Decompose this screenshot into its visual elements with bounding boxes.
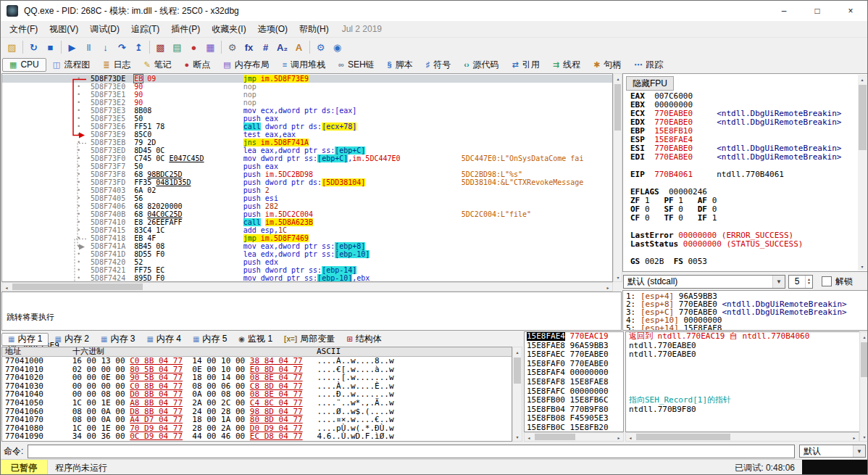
register-line[interactable]: EDI 770EABE0 <ntdll.DbgUiRemoteBreakin> bbox=[630, 153, 841, 162]
scrollbar-thumb[interactable] bbox=[514, 358, 521, 384]
tab-breakpoints[interactable]: ●断点 bbox=[178, 58, 217, 72]
maximize-button[interactable]: □ bbox=[801, 1, 834, 21]
breakpoint-dot[interactable]: • bbox=[2, 99, 88, 107]
stack-comment-row[interactable] bbox=[629, 424, 859, 432]
registers-vscrollbar[interactable]: ▴ ▾ bbox=[858, 75, 867, 270]
tab-references[interactable]: ⇄引用 bbox=[506, 58, 546, 72]
stack-comment-row[interactable] bbox=[629, 368, 859, 378]
breakpoint-dot[interactable]: • bbox=[2, 194, 88, 202]
breakpoint-dot[interactable]: • bbox=[2, 131, 88, 139]
tab-graph[interactable]: ◫流程图 bbox=[46, 58, 96, 72]
scrollbar-track[interactable] bbox=[635, 433, 850, 441]
tab-call-stack[interactable]: ≡调用堆栈 bbox=[276, 58, 332, 72]
scroll-up-icon[interactable]: ▴ bbox=[858, 75, 867, 83]
disasm-row[interactable]: •5D8F73E6 FF51 78 call dword ptr ds:[ecx… bbox=[2, 123, 612, 131]
dump-row[interactable]: 77041090 34 00 36 00 0C D9 04 77 44 00 4… bbox=[5, 432, 512, 441]
scroll-up-icon[interactable]: ▴ bbox=[614, 74, 622, 83]
disasm-row[interactable]: •5D8F7410 E8 26EEFAFF call im.5D8A623B bbox=[2, 218, 612, 226]
breakpoints-icon[interactable]: ● bbox=[185, 39, 202, 55]
menu-favourites[interactable]: 收藏夹(I) bbox=[206, 22, 251, 37]
disasm-row[interactable]: •5D8F7424 895D F0 mov dword ptr ss:[ebp-… bbox=[2, 274, 612, 282]
register-line[interactable]: CF 0 TF 0 IF 1 bbox=[630, 214, 841, 223]
disasm-row[interactable]: •5D8F7421 FF75 EC push dword ptr ss:[ebp… bbox=[2, 266, 612, 274]
disasm-row[interactable]: •5D8F741A 8B45 08 mov eax,dword ptr ss:[… bbox=[2, 242, 612, 250]
stack-comment-row[interactable]: ntdll.770EABE0 bbox=[629, 350, 859, 360]
disasm-row[interactable]: •5D8F73ED 8D45 0C lea eax,dword ptr ss:[… bbox=[2, 146, 612, 154]
disasm-row[interactable]: •5D8F7415 83C4 1C add esp,1C bbox=[2, 226, 612, 234]
tab-memory-map[interactable]: ▤内存布局 bbox=[217, 58, 275, 72]
tab-notes[interactable]: ✎笔记 bbox=[137, 58, 178, 72]
scroll-left-icon[interactable]: ◂ bbox=[525, 433, 533, 442]
log-icon[interactable]: ▤ bbox=[169, 39, 185, 55]
scrollbar-thumb[interactable] bbox=[12, 284, 143, 290]
breakpoint-dot[interactable]: • bbox=[2, 226, 88, 234]
unlock-checkbox[interactable] bbox=[822, 276, 832, 286]
scroll-right-icon[interactable]: ▸ bbox=[614, 433, 623, 442]
calling-convention-select[interactable]: 默认 (stdcall) ▼ bbox=[623, 275, 785, 289]
preferences-icon[interactable]: ⚙ bbox=[312, 39, 329, 55]
menu-trace[interactable]: 追踪(T) bbox=[125, 22, 165, 37]
disasm-row[interactable]: •5D8F73DE EB 09 jmp im.5D8F73E9 bbox=[2, 75, 612, 83]
breakpoint-dot[interactable]: • bbox=[2, 202, 88, 210]
assemble-icon[interactable]: A₂ bbox=[274, 39, 291, 55]
tab-log[interactable]: ≣日志 bbox=[96, 58, 137, 72]
disasm-row[interactable]: •5D8F7420 52 push edx bbox=[2, 258, 612, 266]
disasm-row[interactable]: •5D8F741D 8D55 F0 lea edx,dword ptr ss:[… bbox=[2, 250, 612, 258]
breakpoint-dot[interactable]: • bbox=[2, 266, 88, 274]
disasm-row[interactable]: •5D8F7418 EB 4F jmp im.5D8F7469 bbox=[2, 234, 612, 242]
breakpoint-dot[interactable]: • bbox=[2, 154, 88, 162]
breakpoint-dot[interactable]: • bbox=[2, 107, 88, 115]
disasm-hscrollbar[interactable]: ◂ ▸ bbox=[1, 282, 613, 292]
breakpoint-dot[interactable]: • bbox=[2, 83, 88, 91]
scrollbar-track[interactable] bbox=[858, 83, 867, 262]
tab-trace[interactable]: ⋯跟踪 bbox=[627, 58, 669, 72]
tab-dump-5[interactable]: ▦内存 5 bbox=[187, 333, 233, 346]
disasm-row[interactable]: •5D8F73F7 50 push eax bbox=[2, 162, 612, 170]
command-input[interactable] bbox=[28, 445, 795, 458]
scrollbar-track[interactable] bbox=[513, 356, 522, 432]
breakpoint-dot[interactable]: • bbox=[2, 162, 88, 170]
menu-options[interactable]: 选项(O) bbox=[252, 22, 293, 37]
breakpoint-dot[interactable]: • bbox=[2, 250, 88, 258]
command-profile-select[interactable]: 默认 ▼ bbox=[799, 445, 866, 458]
step-over-icon[interactable]: ↷ bbox=[114, 39, 130, 55]
breakpoint-dot[interactable]: • bbox=[2, 234, 88, 242]
scroll-right-icon[interactable]: ▸ bbox=[604, 283, 612, 292]
tab-source[interactable]: ‹›源代码 bbox=[457, 58, 505, 72]
scroll-down-icon[interactable]: ▾ bbox=[513, 432, 522, 441]
disasm-row[interactable]: •5D8F73FD FF35 0481D35D push dword ptr d… bbox=[2, 178, 612, 186]
breakpoint-dot[interactable]: • bbox=[2, 75, 88, 83]
scroll-down-icon[interactable]: ▾ bbox=[860, 432, 868, 441]
menu-view[interactable]: 视图(V) bbox=[43, 22, 84, 37]
tab-symbols[interactable]: ♯符号 bbox=[420, 58, 458, 72]
scrollbar-track[interactable] bbox=[860, 341, 868, 432]
breakpoint-dot[interactable]: • bbox=[2, 186, 88, 194]
disasm-row[interactable]: •5D8F7403 6A 02 push 2 bbox=[2, 186, 612, 194]
hash-icon[interactable]: # bbox=[257, 39, 274, 55]
disasm-row[interactable]: •5D8F73F0 C745 0C E047C45D mov dword ptr… bbox=[2, 154, 612, 162]
breakpoint-dot[interactable]: • bbox=[2, 139, 88, 146]
disasm-row[interactable]: •5D8F73E1 90 nop bbox=[2, 91, 612, 99]
breakpoint-dot[interactable]: • bbox=[2, 218, 88, 226]
tab-watch-1[interactable]: ◉监视 1 bbox=[233, 333, 278, 346]
settings-icon[interactable]: ⚙ bbox=[224, 39, 241, 55]
memory-map-icon[interactable]: ▦ bbox=[202, 39, 219, 55]
tab-handles[interactable]: ✱句柄 bbox=[587, 58, 627, 72]
tab-dump-2[interactable]: ▦内存 2 bbox=[49, 333, 94, 346]
run-to-return-icon[interactable]: ↥ bbox=[130, 39, 147, 55]
breakpoint-dot[interactable]: • bbox=[2, 258, 88, 266]
scroll-left-icon[interactable]: ◂ bbox=[2, 283, 11, 292]
patches-icon[interactable]: ▩ bbox=[152, 39, 169, 55]
disasm-row[interactable]: •5D8F73E0 90 nop bbox=[2, 83, 612, 91]
close-button[interactable]: × bbox=[834, 1, 867, 21]
disasm-row[interactable]: •5D8F73F8 68 98BDC25D push im.5DC2BD98 5… bbox=[2, 170, 612, 178]
tab-dump-3[interactable]: ▦内存 3 bbox=[95, 333, 141, 346]
stack-comment-row[interactable]: ntdll.770B9F80 bbox=[629, 405, 859, 415]
comments-hscrollbar[interactable]: ◂ ▸ bbox=[625, 432, 859, 442]
menu-plugins[interactable]: 插件(P) bbox=[165, 22, 206, 37]
scrollbar-thumb[interactable] bbox=[636, 434, 730, 440]
scroll-right-icon[interactable]: ▸ bbox=[850, 433, 859, 442]
scrollbar-track[interactable] bbox=[614, 83, 622, 273]
breakpoint-dot[interactable]: • bbox=[2, 146, 88, 154]
menu-help[interactable]: 帮助(H) bbox=[293, 22, 335, 37]
